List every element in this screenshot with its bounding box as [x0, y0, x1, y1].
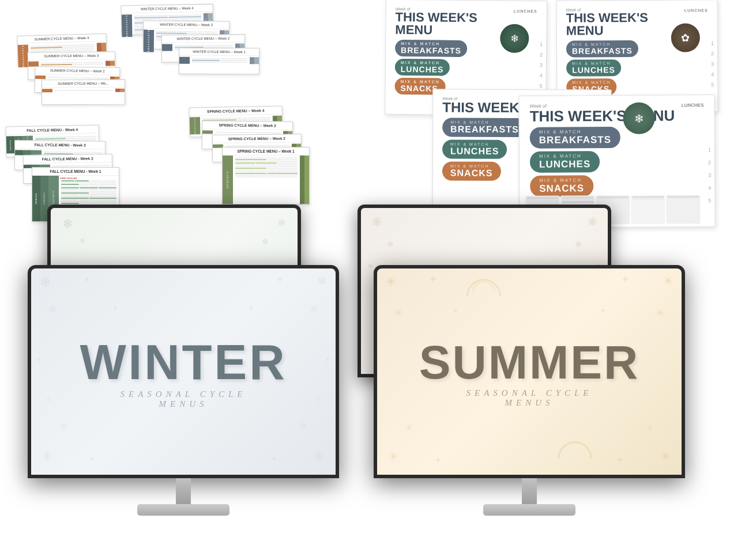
doc-title: FALL CYCLE MENU - Week 2: [24, 154, 112, 164]
winter-title: WINTER: [80, 334, 287, 391]
summer-week1-doc: SUMMER CYCLE MENU – We...: [42, 80, 125, 105]
menu-title-1: THIS WEEK'S MENU: [395, 11, 514, 37]
lunches-badge-4: MIX & MATCH LUNCHES: [530, 151, 600, 173]
doc-title: WINTER CYCLE MENU – Week 3: [144, 21, 229, 29]
summer-monitor-neck: [522, 478, 537, 504]
winter-monitor-neck: [176, 478, 191, 504]
snacks-badge-4: MIX & MATCH SNACKS: [530, 175, 593, 197]
doc-title: WINTER CYCLE MENU – Week 2: [162, 35, 244, 43]
doc-title: SUMMER CYCLE MENU – Week 4: [17, 34, 106, 44]
summer-subtitle-1: SEASONAL CYCLE: [466, 388, 592, 398]
doc-title: FALL CYCLE MENU - Week 1: [32, 168, 119, 176]
lunches-badge-2: MIX & MATCH LUNCHES: [566, 59, 621, 76]
doc-title: FALL CYCLE MENU - Week 3: [15, 141, 105, 149]
breakfasts-badge-1: MIX & MATCH BREAKFASTS: [395, 40, 467, 57]
deco-circle-4: ❄: [623, 103, 654, 134]
summer-title: SUMMER: [419, 335, 639, 389]
monitor-summer: ☀ ✦ ☀ ✦ ☀ ☀ ✦ ✦ ☀ ☀ ✦ ✦ ☀ ☀ SUMMER SEASO…: [374, 265, 685, 516]
lunches-badge-3: MIX & MATCH LUNCHES: [442, 140, 507, 159]
breakfasts-badge-3: MIX & MATCH BREAKFASTS: [442, 118, 527, 138]
spring-week1-doc: SPRING CYCLE MENU – Week 1 BREAKFASTS: [222, 147, 310, 205]
deco-circle-1: ❄: [500, 24, 529, 53]
lunches-label-top: LUNCHES: [514, 9, 537, 13]
doc-title: WINTER CYCLE MENU – Week 1: [179, 48, 259, 56]
doc-title: SUMMER CYCLE MENU – We...: [42, 80, 125, 88]
doc-title: SPRING CYCLE MENU – Week 3: [202, 121, 292, 130]
doc-title: SUMMER CYCLE MENU – Week 3: [28, 52, 115, 60]
monitor-winter: ❄ ✦ ❄ ✦ ❄ ❄ ✦ ✦ ❄ ✦ ❄ ✦ ❄ ❄ ✦ ✦ ❄ ❄ WINT…: [28, 265, 339, 516]
summer-monitor-base: [483, 504, 575, 516]
menu-title-2: THIS WEEK'S MENU: [566, 12, 684, 37]
snacks-badge-3: MIX & MATCH SNACKS: [442, 162, 501, 181]
doc-title: SPRING CYCLE MENU – Week 1: [223, 147, 309, 156]
breakfasts-badge-4: MIX & MATCH BREAKFASTS: [530, 127, 620, 149]
winter-monitor-base: [137, 504, 229, 516]
lunches-label-4: LUNCHES: [682, 103, 704, 123]
lunches-label-top-2: LUNCHES: [684, 8, 708, 12]
winter-week1-doc: WINTER CYCLE MENU – Week 1: [179, 48, 259, 75]
breakfasts-badge-2: MIX & MATCH BREAKFASTS: [566, 40, 638, 58]
doc-title: SPRING CYCLE MENU – Week 2: [213, 134, 301, 143]
summer-subtitle-2: MENUS: [466, 398, 592, 408]
winter-subtitle-2: MENUS: [120, 399, 246, 409]
doc-title: SPRING CYCLE MENU – Week 4: [190, 107, 282, 116]
winter-subtitle-1: SEASONAL CYCLE: [120, 389, 246, 399]
doc-title: SUMMER CYCLE MENU – Week 2: [35, 67, 119, 75]
lunches-badge-1: MIX & MATCH LUNCHES: [395, 59, 450, 76]
deco-circle-2: ✿: [671, 23, 700, 52]
doc-title: FALL CYCLE MENU - Week 4: [6, 126, 99, 135]
doc-title: WINTER CYCLE MENU – Week 4: [122, 5, 213, 14]
